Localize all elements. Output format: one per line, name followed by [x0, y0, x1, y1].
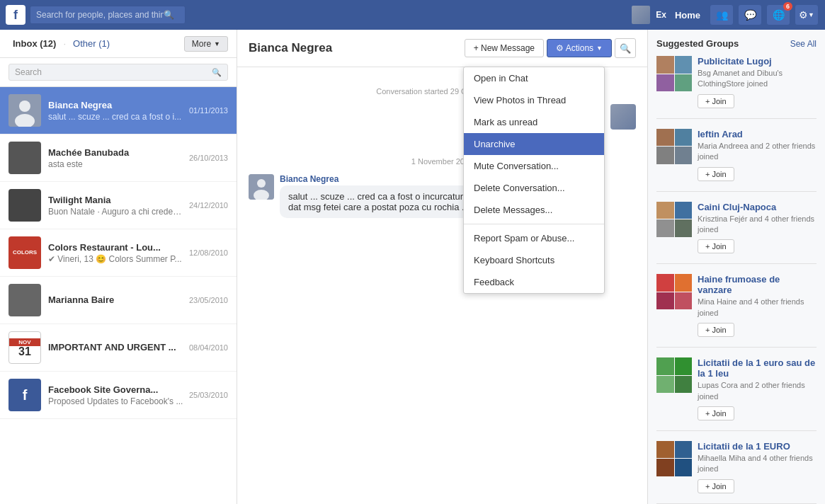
see-all-link[interactable]: See All: [790, 39, 817, 49]
dropdown-divider: [464, 224, 604, 224]
chevron-down-icon: ▼: [808, 11, 814, 18]
group-info: Licitatii de la 1 euro sau de la 1 leu L…: [698, 357, 817, 420]
more-label: More: [192, 39, 211, 49]
conv-name: Twilight Mania: [48, 195, 183, 205]
dropdown-item-keyboard-shortcuts[interactable]: Keyboard Shortcuts: [464, 249, 604, 271]
suggested-groups-title: Suggested Groups: [656, 38, 739, 49]
dropdown-item-delete-conversation[interactable]: Delete Conversation...: [464, 177, 604, 199]
messages-icon: 💬: [744, 9, 756, 21]
avatar: [249, 174, 274, 200]
avatar: [8, 142, 41, 174]
dropdown-item-open-chat[interactable]: Open in Chat: [464, 67, 604, 89]
dropdown-item-report-spam[interactable]: Report Spam or Abuse...: [464, 227, 604, 249]
right-sidebar: Suggested Groups See All Publicitate Lug…: [648, 30, 825, 504]
conv-preview: asta este: [48, 159, 183, 169]
messages-icon-btn[interactable]: 💬: [739, 5, 761, 25]
list-item[interactable]: f Facebook Site Governa... Proposed Upda…: [0, 372, 237, 419]
conv-preview: Buon Natale · Auguro a chi crede i...: [48, 207, 183, 217]
settings-icon-btn[interactable]: ⚙ ▼: [795, 5, 818, 25]
conv-details: Machée Banubada asta este: [48, 147, 183, 169]
join-button[interactable]: + Join: [698, 94, 734, 108]
search-icon: 🔍: [164, 10, 174, 20]
list-item[interactable]: COLORS Colors Restaurant - Lou... ✔ Vine…: [0, 229, 237, 277]
actions-label: ⚙ Actions: [556, 43, 593, 53]
conv-name: Marianna Baire: [48, 294, 183, 305]
group-item: Caini Cluj-Napoca Krisztina Fejér and 4 …: [656, 202, 817, 265]
group-members: Mina Haine and 4 other friends joined: [698, 297, 817, 319]
conv-name: Machée Banubada: [48, 147, 183, 158]
join-button[interactable]: + Join: [698, 323, 734, 337]
list-item[interactable]: Marianna Baire 23/05/2010: [0, 277, 237, 324]
search-bar[interactable]: 🔍: [30, 6, 186, 24]
chevron-down-icon: ▼: [214, 40, 220, 47]
dropdown-item-mute[interactable]: Mute Conversation...: [464, 155, 604, 177]
conversation-search-input[interactable]: [15, 67, 212, 77]
actions-dropdown: Open in Chat View Photos in Thread Mark …: [463, 67, 605, 294]
gear-icon: ⚙: [799, 9, 808, 21]
group-members: Maria Andreea and 2 other friends joined: [698, 141, 817, 163]
search-box-inner[interactable]: 🔍: [8, 64, 228, 81]
join-button[interactable]: + Join: [698, 167, 734, 181]
group-members: Mihaella Miha and 4 other friends joined: [698, 453, 817, 475]
group-name[interactable]: Licitatii de la 1 euro sau de la 1 leu: [698, 357, 817, 379]
group-name[interactable]: Caini Cluj-Napoca: [698, 202, 817, 212]
list-item[interactable]: Twilight Mania Buon Natale · Auguro a ch…: [0, 182, 237, 229]
conv-details: Bianca Negrea salut ... scuze ... cred c…: [48, 100, 183, 122]
group-name[interactable]: Publicitate Lugoj: [698, 56, 817, 67]
conv-name: IMPORTANT AND URGENT ...: [48, 342, 183, 353]
avatar: COLORS: [8, 236, 41, 269]
group-item: Ieftin Arad Maria Andreea and 2 other fr…: [656, 129, 817, 192]
avatar: [8, 284, 41, 316]
search-input[interactable]: [36, 10, 164, 20]
tab-inbox[interactable]: Inbox (12): [8, 35, 60, 52]
tab-other[interactable]: Other (1): [69, 35, 114, 52]
conv-date: 23/05/2010: [189, 296, 228, 304]
dropdown-item-view-photos[interactable]: View Photos in Thread: [464, 89, 604, 111]
conv-preview: salut ... scuze ... cred ca a fost o i..…: [48, 112, 183, 122]
group-name[interactable]: Licitatii de la 1 EURO: [698, 441, 817, 452]
dropdown-item-unarchive[interactable]: Unarchive: [464, 133, 604, 155]
group-members: Krisztina Fejér and 4 other friends join…: [698, 214, 817, 236]
svg-point-4: [257, 179, 266, 188]
dropdown-item-delete-messages[interactable]: Delete Messages...: [464, 199, 604, 221]
list-item[interactable]: NOV 31 IMPORTANT AND URGENT ... 08/04/20…: [0, 324, 237, 372]
home-link[interactable]: Home: [669, 10, 706, 21]
group-item: Publicitate Lugoj Bsg Amanet and Dibuu's…: [656, 56, 817, 119]
group-name[interactable]: Ieftin Arad: [698, 129, 817, 139]
conv-preview: ✔ Vineri, 13 😊 Colors Summer P...: [48, 254, 183, 264]
search-icon: 🔍: [212, 68, 222, 77]
conv-name: Facebook Site Governa...: [48, 384, 183, 395]
conv-date: 08/04/2010: [189, 343, 228, 352]
conv-date: 24/12/2010: [189, 201, 228, 210]
notifications-icon-btn[interactable]: 🌐 6: [767, 5, 790, 25]
conv-date: 25/03/2010: [189, 391, 228, 399]
list-item[interactable]: Machée Banubada asta este 26/10/2013: [0, 134, 237, 182]
dropdown-item-feedback[interactable]: Feedback: [464, 271, 604, 293]
group-name[interactable]: Haine frumoase de vanzare: [698, 274, 817, 295]
join-button[interactable]: + Join: [698, 406, 734, 420]
conv-details: Twilight Mania Buon Natale · Auguro a ch…: [48, 195, 183, 217]
conversation-pane: Bianca Negrea + New Message ⚙ Actions ▼ …: [237, 30, 648, 504]
new-message-button[interactable]: + New Message: [465, 39, 544, 57]
join-button[interactable]: + Join: [698, 479, 734, 493]
top-navigation: f 🔍 Ex Home 👥 💬 🌐 6 ⚙ ▼: [0, 0, 825, 30]
conv-details: Colors Restaurant - Lou... ✔ Vineri, 13 …: [48, 242, 183, 264]
actions-button[interactable]: ⚙ Actions ▼: [547, 39, 612, 57]
group-members: Bsg Amanet and Dibuu's ClothingStore joi…: [698, 68, 817, 90]
friends-icon-btn[interactable]: 👥: [710, 5, 733, 25]
group-photo-grid: [656, 129, 692, 164]
group-photo-grid: [656, 357, 692, 393]
avatar: [610, 104, 636, 130]
friends-icon: 👥: [716, 9, 728, 21]
header-actions: + New Message ⚙ Actions ▼ 🔍: [465, 38, 636, 58]
conv-date: 26/10/2013: [189, 154, 228, 162]
tab-separator: ·: [63, 38, 66, 49]
more-button[interactable]: More ▼: [184, 36, 228, 52]
group-photo-grid: [656, 56, 692, 91]
search-conversation-button[interactable]: 🔍: [615, 38, 636, 58]
nav-right: Ex Home 👥 💬 🌐 6 ⚙ ▼: [632, 5, 819, 25]
dropdown-item-mark-unread[interactable]: Mark as unread: [464, 111, 604, 133]
list-item[interactable]: Bianca Negrea salut ... scuze ... cred c…: [0, 87, 237, 134]
join-button[interactable]: + Join: [698, 239, 734, 253]
group-info: Licitatii de la 1 EURO Mihaella Miha and…: [698, 441, 817, 493]
